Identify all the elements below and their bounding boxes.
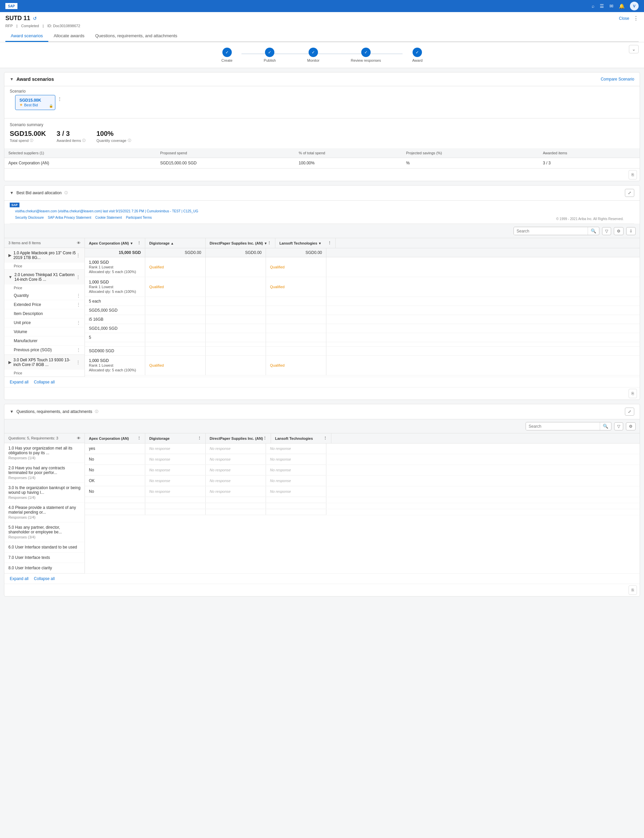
q6-lansoft xyxy=(266,497,326,503)
qty-digi xyxy=(145,297,205,306)
q3-lansoft-text: No response xyxy=(270,468,291,472)
unitprice-digi xyxy=(145,324,205,333)
right-headers: Apex Corporation (AN) ▼ ⋮ Digistorage ▲ … xyxy=(85,238,640,248)
collapse-all-link[interactable]: Collapse all xyxy=(34,380,55,384)
download-button[interactable]: ⇩ xyxy=(626,227,636,235)
expand-all-link[interactable]: Expand all xyxy=(10,380,28,384)
qa-filter-button[interactable]: ▽ xyxy=(614,422,623,431)
doc-id: ID: Doc3010898672 xyxy=(47,24,80,28)
compare-scenario-button[interactable]: Compare Scenario xyxy=(601,77,634,82)
q1-apex: yes xyxy=(85,444,145,454)
apex-col-menu[interactable]: ⋮ xyxy=(137,241,141,245)
refresh-icon[interactable]: ↺ xyxy=(33,16,37,21)
copy-qa-button[interactable]: ⎘ xyxy=(629,585,637,595)
item-1-expand-icon[interactable]: ▶ xyxy=(8,253,12,258)
item-3-name: 3.0 Dell XP5 Touch 13 9300 13-inch Core … xyxy=(13,358,76,367)
q2-digi: No response xyxy=(145,454,205,465)
chat-icon[interactable]: ✉ xyxy=(610,3,613,9)
visibility-icon[interactable]: 👁 xyxy=(77,241,80,245)
proposed-spend: SGD15,000.00 SGD xyxy=(156,158,294,168)
collapse-qa-icon[interactable]: ▼ xyxy=(10,409,14,414)
scenario-summary: Scenario summary SGD15.00K Total spend ⓘ… xyxy=(4,118,640,148)
expand-best-bid-icon[interactable]: ⤢ xyxy=(625,189,634,197)
qa-lansoft-menu[interactable]: ⋮ xyxy=(324,436,327,440)
q7-apex xyxy=(85,503,145,509)
item-1-name: 1.0 Apple Macbook pro 13" Core i5 2019 1… xyxy=(13,251,76,260)
quantity-label: Quantity xyxy=(14,293,77,298)
unit-price-menu-icon[interactable]: ⋮ xyxy=(77,320,80,325)
bell-icon[interactable]: 🔔 xyxy=(619,3,624,9)
q8-apex xyxy=(85,509,145,515)
privacy-link[interactable]: SAP Ariba Privacy Statement xyxy=(48,216,91,222)
item-3-menu-icon[interactable]: ⋮ xyxy=(76,360,80,365)
grid-icon[interactable]: ☰ xyxy=(600,3,604,9)
prevprice-lansoft xyxy=(266,347,326,355)
qa-visibility-icon[interactable]: 👁 xyxy=(77,436,80,440)
page-title: SUTD 11 xyxy=(5,15,30,22)
qa-direct-menu[interactable]: ⋮ xyxy=(263,436,267,440)
item-1-main: ▶ 1.0 Apple Macbook pro 13" Core i5 2019… xyxy=(4,248,84,263)
q5-digi: No response xyxy=(145,486,205,497)
copy-items-button[interactable]: ⎘ xyxy=(629,389,637,398)
prev-price-menu-icon[interactable]: ⋮ xyxy=(77,348,80,352)
item-1-menu-icon[interactable]: ⋮ xyxy=(76,253,80,258)
best-bid-section-title: Best Bid award allocation xyxy=(16,191,62,195)
q7-left: 7.0 User Interface texts xyxy=(4,552,84,563)
item-3-expand-icon[interactable]: ▶ xyxy=(8,360,12,365)
more-options-icon[interactable]: ⋮ xyxy=(633,15,639,21)
cookie-link[interactable]: Cookie Statement xyxy=(95,216,122,222)
separator: | xyxy=(16,24,18,28)
quantity-menu-icon[interactable]: ⋮ xyxy=(77,293,80,298)
summary-stats: SGD15.00K Total spend ⓘ 3 / 3 Awarded it… xyxy=(10,130,634,143)
lansoft-col-name: Lansoft Technologies ▼ xyxy=(279,241,322,245)
settings-button[interactable]: ⚙ xyxy=(614,227,624,235)
qa-settings-button[interactable]: ⚙ xyxy=(626,422,636,431)
qa-apex-menu[interactable]: ⋮ xyxy=(137,436,141,440)
doc-meta: RFP | Completed | ID: Doc3010898672 xyxy=(5,23,639,31)
scenario-card[interactable]: SGD15.00K ★ Best Bid 🔒 ⋮ xyxy=(15,95,55,110)
col-savings: Projected savings (%) xyxy=(402,148,539,158)
copy-table-button[interactable]: ⎘ xyxy=(629,170,637,179)
ext-price-menu-icon[interactable]: ⋮ xyxy=(77,302,80,307)
item-2-menu-icon[interactable]: ⋮ xyxy=(76,274,80,280)
chevron-down-btn[interactable]: ⌄ xyxy=(629,45,639,53)
awarded-items-stat: 3 / 3 Awarded items ⓘ xyxy=(57,130,86,143)
q4-direct: No response xyxy=(205,476,266,486)
card-menu-icon[interactable]: ⋮ xyxy=(58,97,62,101)
qa-expand-all-link[interactable]: Expand all xyxy=(10,576,28,581)
search-input[interactable] xyxy=(514,227,588,235)
qa-search-input[interactable] xyxy=(526,423,600,430)
coverage-label: Quantity coverage ⓘ xyxy=(96,138,131,143)
security-disclosure-link[interactable]: Security Disclosure xyxy=(15,216,44,222)
qa-collapse-all-link[interactable]: Collapse all xyxy=(34,576,55,581)
tab-award-scenarios[interactable]: Award scenarios xyxy=(5,31,48,42)
collapse-progress-btn[interactable]: ⌄ xyxy=(629,45,639,53)
coverage-stat: 100% Quantity coverage ⓘ xyxy=(96,130,131,143)
participant-terms-link[interactable]: Participant Terms xyxy=(126,216,152,222)
sub-header: SUTD 11 ↺ Close ⋮ RFP | Completed | ID: … xyxy=(0,12,644,42)
expand-qa-icon[interactable]: ⤢ xyxy=(625,407,634,416)
qa-search-button[interactable]: 🔍 xyxy=(600,422,611,430)
close-button[interactable]: Close xyxy=(619,16,629,21)
q7-text: 7.0 User Interface texts xyxy=(8,555,80,560)
qa-direct-name: DirectPaper Supplies Inc. (AN) xyxy=(210,437,263,440)
search-button[interactable]: 🔍 xyxy=(588,227,599,235)
lansoft-col-menu[interactable]: ⋮ xyxy=(328,241,331,245)
qa-digi-name: Digistorage xyxy=(149,437,170,440)
user-avatar[interactable]: V xyxy=(630,2,639,10)
q8-text: 8.0 User Interface clarity xyxy=(8,565,80,570)
direct-col-menu[interactable]: ⋮ xyxy=(267,241,271,245)
q2-direct-text: No response xyxy=(210,457,230,461)
digi-amount: SGD0.00 xyxy=(145,248,205,257)
q7-digi xyxy=(145,503,205,509)
item-2-expand-icon[interactable]: ▼ xyxy=(8,275,12,279)
filter-button[interactable]: ▽ xyxy=(602,227,611,235)
item1-apex-rank: Rank 1 Lowest xyxy=(89,265,113,269)
collapse-best-bid-icon[interactable]: ▼ xyxy=(10,191,14,195)
collapse-scenarios-icon[interactable]: ▼ xyxy=(10,77,14,82)
tab-allocate-awards[interactable]: Allocate awards xyxy=(48,31,90,42)
qa-digi-menu[interactable]: ⋮ xyxy=(197,436,201,440)
tab-questions[interactable]: Questions, requirements, and attachments xyxy=(90,31,183,42)
search-header-icon[interactable]: ⌕ xyxy=(592,3,594,9)
unit-price-label: Unit price xyxy=(14,320,77,325)
